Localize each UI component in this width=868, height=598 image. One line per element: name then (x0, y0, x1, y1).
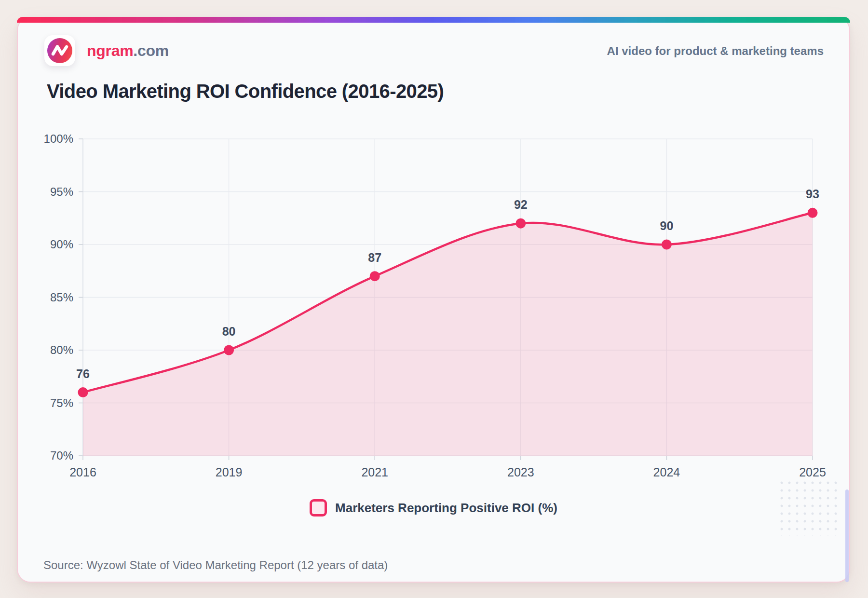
data-point (662, 240, 672, 250)
ngram-n-mark-icon (47, 38, 72, 63)
brand-wordmark[interactable]: ngram.com (87, 42, 169, 59)
brand-card: ngram.com AI video for product & marketi… (17, 17, 850, 583)
y-axis-label: 80% (50, 343, 73, 356)
brand-tld: .com (133, 42, 169, 59)
chart-legend: Marketers Reporting Positive ROI (%) (18, 498, 849, 518)
brand-tagline: AI video for product & marketing teams (607, 44, 824, 58)
y-axis-label: 95% (50, 185, 73, 198)
area-fill (83, 213, 813, 456)
y-axis-label: 75% (50, 396, 73, 409)
roi-line (83, 213, 813, 392)
data-point (808, 208, 818, 218)
x-axis-label: 2024 (653, 465, 680, 479)
y-axis-label: 90% (50, 238, 73, 251)
data-point-label: 87 (368, 251, 381, 264)
data-point-label: 93 (806, 187, 819, 201)
data-point (515, 218, 526, 229)
data-point (78, 387, 88, 397)
legend-swatch[interactable] (310, 499, 327, 516)
dot-grid-decoration (776, 477, 840, 536)
data-point (370, 271, 380, 281)
x-axis-label: 2016 (69, 465, 96, 479)
legend-label[interactable]: Marketers Reporting Positive ROI (%) (335, 501, 557, 515)
x-axis-label: 2023 (507, 465, 534, 479)
source-attribution: Source: Wyzowl State of Video Marketing … (43, 558, 388, 572)
data-point-label: 76 (76, 367, 90, 381)
data-point-label: 92 (514, 198, 528, 211)
brand-name: ngram (87, 42, 133, 59)
accent-gradient-bar (17, 17, 850, 23)
data-point-label: 90 (660, 219, 673, 232)
ngram-logo[interactable] (44, 35, 75, 66)
chart-title: Video Marketing ROI Confidence (2016-202… (47, 80, 444, 103)
y-axis-label: 85% (50, 291, 73, 304)
data-point (224, 345, 234, 355)
x-axis-label: 2021 (361, 465, 388, 479)
y-axis-label: 100% (44, 132, 73, 145)
edge-accent-strip (845, 489, 849, 582)
page-background: { "header": { "brand_name": "ngram", "br… (0, 0, 868, 598)
data-point-label: 80 (222, 325, 236, 338)
y-axis-label: 70% (50, 449, 73, 462)
x-axis-label: 2019 (216, 465, 243, 479)
